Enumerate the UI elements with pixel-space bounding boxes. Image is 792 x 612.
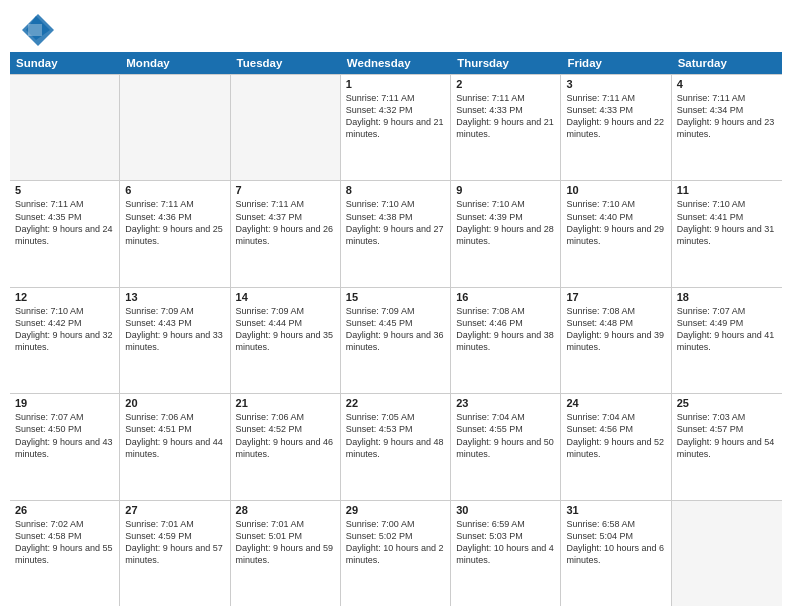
- day-number: 6: [125, 184, 224, 196]
- calendar-week-row: 1Sunrise: 7:11 AM Sunset: 4:32 PM Daylig…: [10, 74, 782, 181]
- calendar-day-cell: 13Sunrise: 7:09 AM Sunset: 4:43 PM Dayli…: [120, 288, 230, 393]
- day-info: Sunrise: 7:09 AM Sunset: 4:45 PM Dayligh…: [346, 305, 445, 354]
- day-info: Sunrise: 7:11 AM Sunset: 4:32 PM Dayligh…: [346, 92, 445, 141]
- calendar-day-cell: 4Sunrise: 7:11 AM Sunset: 4:34 PM Daylig…: [672, 75, 782, 180]
- calendar-week-row: 19Sunrise: 7:07 AM Sunset: 4:50 PM Dayli…: [10, 394, 782, 500]
- day-number: 14: [236, 291, 335, 303]
- calendar-week-row: 26Sunrise: 7:02 AM Sunset: 4:58 PM Dayli…: [10, 501, 782, 606]
- day-info: Sunrise: 7:04 AM Sunset: 4:55 PM Dayligh…: [456, 411, 555, 460]
- day-number: 13: [125, 291, 224, 303]
- day-info: Sunrise: 7:07 AM Sunset: 4:50 PM Dayligh…: [15, 411, 114, 460]
- day-number: 5: [15, 184, 114, 196]
- day-info: Sunrise: 7:05 AM Sunset: 4:53 PM Dayligh…: [346, 411, 445, 460]
- day-number: 16: [456, 291, 555, 303]
- day-info: Sunrise: 7:08 AM Sunset: 4:48 PM Dayligh…: [566, 305, 665, 354]
- day-info: Sunrise: 7:00 AM Sunset: 5:02 PM Dayligh…: [346, 518, 445, 567]
- day-info: Sunrise: 7:11 AM Sunset: 4:33 PM Dayligh…: [566, 92, 665, 141]
- day-number: 29: [346, 504, 445, 516]
- day-info: Sunrise: 7:01 AM Sunset: 5:01 PM Dayligh…: [236, 518, 335, 567]
- empty-cell: [231, 75, 341, 180]
- day-number: 22: [346, 397, 445, 409]
- day-number: 7: [236, 184, 335, 196]
- calendar-day-cell: 1Sunrise: 7:11 AM Sunset: 4:32 PM Daylig…: [341, 75, 451, 180]
- day-info: Sunrise: 7:09 AM Sunset: 4:43 PM Dayligh…: [125, 305, 224, 354]
- day-info: Sunrise: 7:10 AM Sunset: 4:39 PM Dayligh…: [456, 198, 555, 247]
- calendar-day-cell: 23Sunrise: 7:04 AM Sunset: 4:55 PM Dayli…: [451, 394, 561, 499]
- day-number: 21: [236, 397, 335, 409]
- svg-marker-2: [28, 24, 42, 36]
- day-number: 15: [346, 291, 445, 303]
- calendar-day-cell: 19Sunrise: 7:07 AM Sunset: 4:50 PM Dayli…: [10, 394, 120, 499]
- day-number: 11: [677, 184, 777, 196]
- calendar-day-cell: 12Sunrise: 7:10 AM Sunset: 4:42 PM Dayli…: [10, 288, 120, 393]
- day-number: 1: [346, 78, 445, 90]
- day-number: 19: [15, 397, 114, 409]
- day-info: Sunrise: 6:59 AM Sunset: 5:03 PM Dayligh…: [456, 518, 555, 567]
- day-number: 24: [566, 397, 665, 409]
- calendar: SundayMondayTuesdayWednesdayThursdayFrid…: [0, 52, 792, 612]
- day-info: Sunrise: 7:02 AM Sunset: 4:58 PM Dayligh…: [15, 518, 114, 567]
- header: [0, 0, 792, 52]
- calendar-day-cell: 14Sunrise: 7:09 AM Sunset: 4:44 PM Dayli…: [231, 288, 341, 393]
- day-number: 3: [566, 78, 665, 90]
- calendar-day-cell: 27Sunrise: 7:01 AM Sunset: 4:59 PM Dayli…: [120, 501, 230, 606]
- calendar-day-cell: 7Sunrise: 7:11 AM Sunset: 4:37 PM Daylig…: [231, 181, 341, 286]
- page: SundayMondayTuesdayWednesdayThursdayFrid…: [0, 0, 792, 612]
- day-number: 10: [566, 184, 665, 196]
- day-number: 23: [456, 397, 555, 409]
- empty-cell: [10, 75, 120, 180]
- calendar-day-cell: 10Sunrise: 7:10 AM Sunset: 4:40 PM Dayli…: [561, 181, 671, 286]
- day-number: 2: [456, 78, 555, 90]
- weekday-header: Monday: [120, 52, 230, 74]
- weekday-header: Sunday: [10, 52, 120, 74]
- day-info: Sunrise: 7:01 AM Sunset: 4:59 PM Dayligh…: [125, 518, 224, 567]
- calendar-day-cell: 9Sunrise: 7:10 AM Sunset: 4:39 PM Daylig…: [451, 181, 561, 286]
- day-info: Sunrise: 7:10 AM Sunset: 4:40 PM Dayligh…: [566, 198, 665, 247]
- day-number: 4: [677, 78, 777, 90]
- day-info: Sunrise: 7:09 AM Sunset: 4:44 PM Dayligh…: [236, 305, 335, 354]
- weekday-header: Thursday: [451, 52, 561, 74]
- calendar-day-cell: 24Sunrise: 7:04 AM Sunset: 4:56 PM Dayli…: [561, 394, 671, 499]
- weekday-header: Friday: [561, 52, 671, 74]
- calendar-day-cell: 16Sunrise: 7:08 AM Sunset: 4:46 PM Dayli…: [451, 288, 561, 393]
- calendar-week-row: 12Sunrise: 7:10 AM Sunset: 4:42 PM Dayli…: [10, 288, 782, 394]
- calendar-day-cell: 20Sunrise: 7:06 AM Sunset: 4:51 PM Dayli…: [120, 394, 230, 499]
- calendar-header: SundayMondayTuesdayWednesdayThursdayFrid…: [10, 52, 782, 74]
- calendar-day-cell: 11Sunrise: 7:10 AM Sunset: 4:41 PM Dayli…: [672, 181, 782, 286]
- calendar-day-cell: 28Sunrise: 7:01 AM Sunset: 5:01 PM Dayli…: [231, 501, 341, 606]
- day-info: Sunrise: 7:06 AM Sunset: 4:51 PM Dayligh…: [125, 411, 224, 460]
- calendar-day-cell: 15Sunrise: 7:09 AM Sunset: 4:45 PM Dayli…: [341, 288, 451, 393]
- calendar-day-cell: 8Sunrise: 7:10 AM Sunset: 4:38 PM Daylig…: [341, 181, 451, 286]
- day-number: 26: [15, 504, 114, 516]
- day-number: 18: [677, 291, 777, 303]
- calendar-day-cell: 26Sunrise: 7:02 AM Sunset: 4:58 PM Dayli…: [10, 501, 120, 606]
- day-number: 20: [125, 397, 224, 409]
- day-info: Sunrise: 6:58 AM Sunset: 5:04 PM Dayligh…: [566, 518, 665, 567]
- empty-cell: [672, 501, 782, 606]
- day-number: 27: [125, 504, 224, 516]
- day-number: 17: [566, 291, 665, 303]
- calendar-body: 1Sunrise: 7:11 AM Sunset: 4:32 PM Daylig…: [10, 74, 782, 606]
- weekday-header: Tuesday: [231, 52, 341, 74]
- calendar-day-cell: 21Sunrise: 7:06 AM Sunset: 4:52 PM Dayli…: [231, 394, 341, 499]
- day-info: Sunrise: 7:03 AM Sunset: 4:57 PM Dayligh…: [677, 411, 777, 460]
- calendar-day-cell: 22Sunrise: 7:05 AM Sunset: 4:53 PM Dayli…: [341, 394, 451, 499]
- calendar-week-row: 5Sunrise: 7:11 AM Sunset: 4:35 PM Daylig…: [10, 181, 782, 287]
- weekday-header: Saturday: [672, 52, 782, 74]
- day-info: Sunrise: 7:04 AM Sunset: 4:56 PM Dayligh…: [566, 411, 665, 460]
- calendar-day-cell: 31Sunrise: 6:58 AM Sunset: 5:04 PM Dayli…: [561, 501, 671, 606]
- day-info: Sunrise: 7:10 AM Sunset: 4:41 PM Dayligh…: [677, 198, 777, 247]
- logo: [18, 10, 56, 46]
- day-info: Sunrise: 7:10 AM Sunset: 4:38 PM Dayligh…: [346, 198, 445, 247]
- day-info: Sunrise: 7:06 AM Sunset: 4:52 PM Dayligh…: [236, 411, 335, 460]
- day-number: 30: [456, 504, 555, 516]
- calendar-day-cell: 17Sunrise: 7:08 AM Sunset: 4:48 PM Dayli…: [561, 288, 671, 393]
- calendar-day-cell: 30Sunrise: 6:59 AM Sunset: 5:03 PM Dayli…: [451, 501, 561, 606]
- day-number: 9: [456, 184, 555, 196]
- calendar-day-cell: 5Sunrise: 7:11 AM Sunset: 4:35 PM Daylig…: [10, 181, 120, 286]
- day-number: 31: [566, 504, 665, 516]
- calendar-day-cell: 18Sunrise: 7:07 AM Sunset: 4:49 PM Dayli…: [672, 288, 782, 393]
- day-number: 8: [346, 184, 445, 196]
- day-number: 12: [15, 291, 114, 303]
- day-number: 25: [677, 397, 777, 409]
